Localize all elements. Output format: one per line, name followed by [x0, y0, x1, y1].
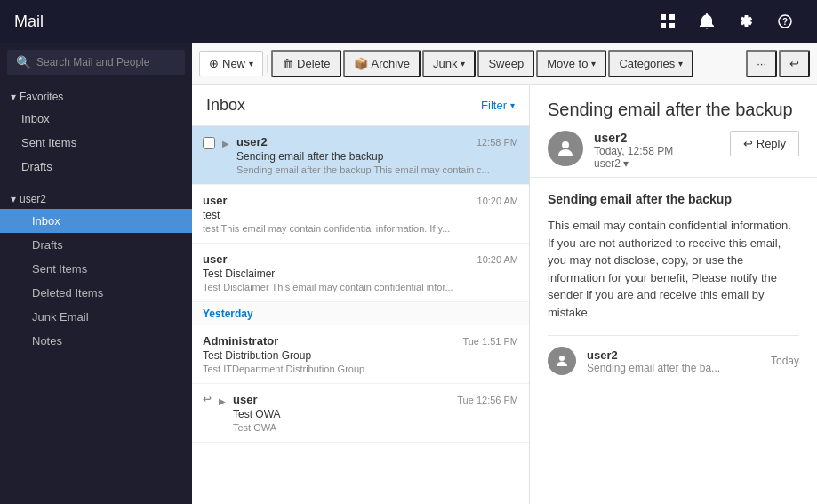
reading-body: Sending email after the backup This emai… — [530, 178, 817, 504]
moveto-button[interactable]: Move to ▾ — [536, 50, 606, 77]
email-item[interactable]: Administrator Tue 1:51 PM Test Distribut… — [192, 325, 529, 384]
grid-icon[interactable] — [650, 4, 685, 39]
email-meta: user Tue 12:56 PM — [233, 393, 518, 408]
inbox-title: Inbox — [206, 96, 245, 115]
email-list-panel: Inbox Filter ▾ ▶ user2 12:58 — [192, 85, 530, 504]
sweep-button[interactable]: Sweep — [477, 50, 534, 77]
search-bar[interactable]: 🔍 — [7, 50, 185, 75]
plus-icon: ⊕ — [209, 57, 219, 70]
sidebar-item-fav-inbox[interactable]: Inbox — [0, 107, 192, 131]
svg-rect-3 — [669, 23, 675, 28]
reading-meta: user2 Today, 12:58 PM user2 ▾ ↩ Reply — [548, 131, 799, 170]
sender-info: user2 Today, 12:58 PM user2 ▾ — [594, 131, 719, 170]
svg-rect-1 — [669, 14, 675, 20]
quoted-header: user2 Sending email after the ba... Toda… — [548, 347, 799, 375]
email-meta: user 10:20 AM — [203, 194, 518, 209]
sidebar-item-fav-sent[interactable]: Sent Items — [0, 131, 192, 155]
email-content: user 10:20 AM test test This email may c… — [203, 194, 518, 234]
date-separator: Yesterday — [192, 302, 529, 325]
sender-name: user2 — [594, 131, 719, 145]
search-input[interactable] — [36, 56, 176, 68]
expand-icon[interactable]: ▾ — [623, 157, 629, 170]
email-content: user Tue 12:56 PM Test OWA Test OWA — [233, 393, 518, 433]
bell-icon[interactable] — [689, 4, 725, 39]
favorites-section: ▾ Favorites Inbox Sent Items Drafts — [0, 82, 192, 184]
toolbar: ⊕ New ▾ 🗑 Delete 📦 Archive Junk ▾ Sweep … — [192, 43, 817, 85]
email-content: user2 12:58 PM Sending email after the b… — [236, 135, 518, 175]
sidebar-item-junk[interactable]: Junk Email — [0, 305, 192, 329]
svg-point-7 — [559, 356, 565, 361]
svg-point-6 — [562, 141, 569, 148]
favorites-header[interactable]: ▾ Favorites — [0, 87, 192, 107]
email-item[interactable]: user 10:20 AM Test Disclaimer Test Discl… — [192, 244, 529, 302]
user2-section: ▾ user2 Inbox Drafts Sent Items Deleted … — [0, 184, 192, 358]
app-title: Mail — [14, 12, 650, 31]
svg-rect-0 — [661, 14, 666, 20]
archive-icon: 📦 — [354, 57, 368, 70]
sender-time: Today, 12:58 PM — [594, 145, 719, 157]
svg-rect-2 — [661, 23, 666, 28]
email-meta: Administrator Tue 1:51 PM — [203, 334, 518, 349]
new-button[interactable]: ⊕ New ▾ — [199, 51, 263, 76]
svg-text:?: ? — [782, 17, 788, 27]
junk-button[interactable]: Junk ▾ — [422, 50, 476, 77]
reading-pane: Sending email after the backup user2 Tod… — [530, 85, 817, 504]
email-item[interactable]: ↩ ▶ user Tue 12:56 PM Test OWA Test OWA — [192, 384, 529, 443]
sidebar-item-fav-drafts[interactable]: Drafts — [0, 155, 192, 179]
filter-button[interactable]: Filter ▾ — [481, 99, 515, 112]
replied-icon: ↩ — [203, 393, 212, 405]
sidebar-item-deleted[interactable]: Deleted Items — [0, 281, 192, 305]
user2-header[interactable]: ▾ user2 — [0, 189, 192, 209]
delete-button[interactable]: 🗑 Delete — [271, 50, 341, 77]
email-content: Administrator Tue 1:51 PM Test Distribut… — [203, 334, 518, 374]
reading-header: Sending email after the backup user2 Tod… — [530, 85, 817, 178]
sidebar-item-notes[interactable]: Notes — [0, 329, 192, 353]
quoted-info: user2 Sending email after the ba... — [587, 348, 720, 374]
main-layout: 🔍 ▾ Favorites Inbox Sent Items Drafts ▾ … — [0, 43, 817, 504]
sidebar-item-sent[interactable]: Sent Items — [0, 257, 192, 281]
quoted-avatar — [548, 347, 576, 375]
panels-area: Inbox Filter ▾ ▶ user2 12:58 — [192, 85, 817, 504]
expand-arrow: ▶ — [219, 396, 226, 406]
chevron-down-icon: ▾ — [11, 193, 16, 205]
body-text: This email may contain confidential info… — [548, 217, 799, 321]
top-bar-icons: ? — [650, 4, 803, 39]
email-item[interactable]: user 10:20 AM test test This email may c… — [192, 185, 529, 244]
chevron-down-icon: ▾ — [510, 100, 515, 110]
archive-button[interactable]: 📦 Archive — [343, 50, 421, 77]
email-content: user 10:20 AM Test Disclaimer Test Discl… — [203, 252, 518, 292]
reading-title: Sending email after the backup — [548, 100, 799, 120]
email-items: ▶ user2 12:58 PM Sending email after the… — [192, 126, 529, 504]
sidebar: 🔍 ▾ Favorites Inbox Sent Items Drafts ▾ … — [0, 43, 192, 504]
undo-button[interactable]: ↩ — [779, 50, 810, 77]
body-subject: Sending email after the backup — [548, 192, 799, 206]
email-meta: user 10:20 AM — [203, 252, 518, 268]
help-icon[interactable]: ? — [767, 4, 803, 39]
dropdown-arrow: ▾ — [461, 59, 465, 68]
gear-icon[interactable] — [728, 4, 764, 39]
reply-icon: ↩ — [743, 137, 753, 150]
expand-arrow: ▶ — [222, 139, 229, 148]
search-icon: 🔍 — [16, 55, 31, 69]
email-checkbox[interactable] — [203, 137, 215, 149]
toolbar-divider-1 — [267, 55, 268, 73]
sender-email: user2 ▾ — [594, 157, 719, 170]
chevron-down-icon: ▾ — [11, 91, 16, 103]
trash-icon: 🗑 — [282, 57, 293, 70]
top-bar: Mail ? — [0, 0, 817, 43]
quoted-section: user2 Sending email after the ba... Toda… — [548, 335, 799, 375]
email-meta: user2 12:58 PM — [236, 135, 518, 150]
dropdown-arrow: ▾ — [591, 59, 596, 68]
sidebar-item-drafts[interactable]: Drafts — [0, 233, 192, 257]
sidebar-item-inbox[interactable]: Inbox — [0, 209, 192, 233]
reply-button[interactable]: ↩ Reply — [730, 131, 799, 156]
more-button[interactable]: ··· — [746, 50, 777, 77]
email-list-header: Inbox Filter ▾ — [192, 85, 529, 126]
dropdown-arrow: ▾ — [249, 59, 253, 68]
email-item[interactable]: ▶ user2 12:58 PM Sending email after the… — [192, 126, 529, 185]
content-area: ⊕ New ▾ 🗑 Delete 📦 Archive Junk ▾ Sweep … — [192, 43, 817, 504]
dropdown-arrow: ▾ — [678, 59, 683, 68]
categories-button[interactable]: Categories ▾ — [608, 50, 693, 77]
avatar — [548, 131, 583, 166]
